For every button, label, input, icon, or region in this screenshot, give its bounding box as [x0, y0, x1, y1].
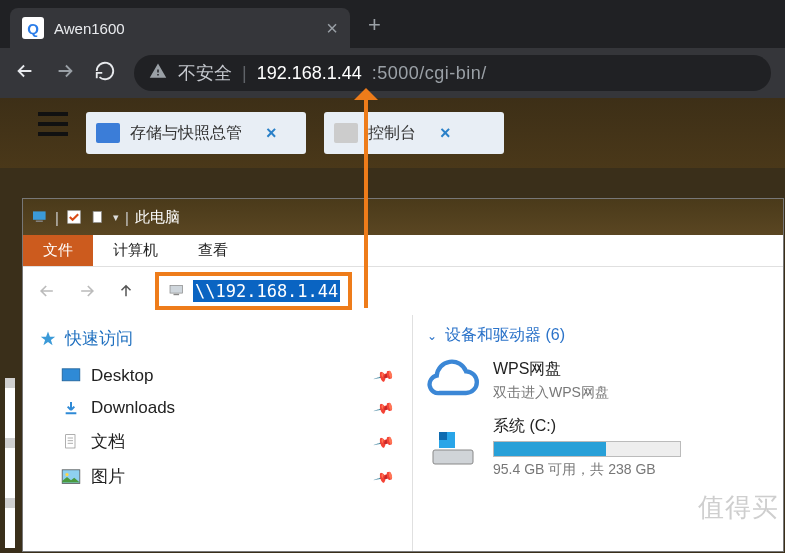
- explorer-back-button: [37, 281, 57, 301]
- sidebar-quick-access[interactable]: 快速访问: [39, 327, 396, 350]
- download-icon: [61, 400, 81, 416]
- menu-file[interactable]: 文件: [23, 235, 93, 266]
- properties-icon[interactable]: [89, 210, 107, 224]
- sidebar-item-documents[interactable]: 文档 📌: [39, 424, 396, 459]
- app-tab-label: 存储与快照总管: [130, 123, 242, 144]
- sidebar-item-desktop[interactable]: Desktop 📌: [39, 360, 396, 392]
- close-tab-icon[interactable]: ×: [326, 17, 338, 40]
- sidebar-item-label: 文档: [91, 430, 125, 453]
- device-sub: 双击进入WPS网盘: [493, 384, 609, 402]
- picture-icon: [61, 469, 81, 485]
- svg-rect-8: [66, 434, 75, 447]
- device-wps[interactable]: WPS网盘 双击进入WPS网盘: [427, 358, 769, 402]
- site-icon: Q: [22, 17, 44, 39]
- qat-dropdown-icon[interactable]: ▾: [113, 211, 119, 224]
- app-tab-storage[interactable]: 存储与快照总管 ×: [86, 112, 306, 154]
- svg-rect-3: [93, 211, 101, 222]
- device-sub: 95.4 GB 可用，共 238 GB: [493, 461, 681, 479]
- cloud-icon: [427, 358, 479, 402]
- explorer-address-value[interactable]: \\192.168.1.44: [193, 280, 340, 302]
- app-tab-console[interactable]: 控制台 ×: [324, 112, 504, 154]
- left-edge-strip: [5, 378, 15, 548]
- menu-view[interactable]: 查看: [178, 235, 248, 266]
- group-header-label: 设备和驱动器 (6): [445, 325, 565, 346]
- device-system-c[interactable]: 系统 (C:) 95.4 GB 可用，共 238 GB: [427, 416, 769, 479]
- desktop-icon: [61, 368, 81, 384]
- explorer-address-box[interactable]: \\192.168.1.44: [155, 272, 352, 310]
- menu-computer[interactable]: 计算机: [93, 235, 178, 266]
- browser-tab[interactable]: Q Awen1600 ×: [10, 8, 350, 48]
- svg-rect-1: [36, 221, 43, 222]
- svg-rect-16: [439, 432, 447, 440]
- forward-button: [54, 60, 76, 86]
- svg-point-13: [65, 473, 68, 476]
- hamburger-menu[interactable]: [38, 112, 68, 136]
- svg-rect-14: [433, 450, 473, 464]
- pin-icon[interactable]: 📌: [372, 397, 395, 419]
- app-header: 存储与快照总管 × 控制台 ×: [0, 98, 785, 168]
- window-title: 此电脑: [135, 208, 180, 227]
- sidebar-item-label: 图片: [91, 465, 125, 488]
- annotation-arrow: [364, 90, 368, 308]
- chevron-down-icon: ⌄: [427, 329, 437, 343]
- explorer-forward-button: [77, 281, 97, 301]
- explorer-up-button[interactable]: [117, 281, 135, 301]
- console-icon: [334, 123, 358, 143]
- security-label: 不安全: [178, 61, 232, 85]
- back-button[interactable]: [14, 60, 36, 86]
- separator: |: [242, 63, 247, 84]
- pin-icon[interactable]: 📌: [372, 430, 395, 452]
- drive-usage-bar: [493, 441, 681, 457]
- svg-rect-6: [62, 369, 80, 381]
- svg-rect-5: [174, 294, 180, 295]
- not-secure-icon: [148, 62, 168, 85]
- file-explorer-window: | ▾ | 此电脑 文件 计算机 查看 \\192.168.1.44 快速访问: [22, 198, 784, 552]
- tab-title: Awen1600: [54, 20, 125, 37]
- address-bar[interactable]: 不安全 | 192.168.1.44:5000/cgi-bin/: [134, 55, 771, 91]
- url-host: 192.168.1.44: [257, 63, 362, 84]
- pc-icon: [31, 210, 49, 224]
- ribbon-tabs: 文件 计算机 查看: [23, 235, 783, 267]
- drive-icon: [427, 426, 479, 470]
- close-icon[interactable]: ×: [266, 123, 277, 144]
- explorer-nav-row: \\192.168.1.44: [23, 267, 783, 315]
- qat-separator: |: [55, 209, 59, 226]
- browser-tab-strip: Q Awen1600 × +: [0, 0, 785, 48]
- close-icon[interactable]: ×: [440, 123, 451, 144]
- explorer-sidebar: 快速访问 Desktop 📌 Downloads 📌 文档 📌 图片 📌: [23, 315, 413, 551]
- watermark: 值得买: [698, 490, 779, 525]
- sidebar-item-downloads[interactable]: Downloads 📌: [39, 392, 396, 424]
- pin-icon[interactable]: 📌: [372, 365, 395, 387]
- document-icon: [61, 434, 81, 450]
- pc-icon: [167, 284, 187, 298]
- app-tab-label: 控制台: [368, 123, 416, 144]
- device-name: WPS网盘: [493, 359, 609, 380]
- quick-access-label: 快速访问: [65, 327, 133, 350]
- svg-rect-0: [33, 211, 46, 219]
- new-tab-button[interactable]: +: [368, 12, 381, 38]
- sidebar-item-label: Downloads: [91, 398, 175, 418]
- checkbox-icon[interactable]: [65, 210, 83, 224]
- browser-toolbar: 不安全 | 192.168.1.44:5000/cgi-bin/: [0, 48, 785, 98]
- sidebar-item-pictures[interactable]: 图片 📌: [39, 459, 396, 494]
- url-path: :5000/cgi-bin/: [372, 63, 487, 84]
- pin-icon[interactable]: 📌: [372, 465, 395, 487]
- device-name: 系统 (C:): [493, 416, 681, 437]
- sidebar-item-label: Desktop: [91, 366, 153, 386]
- qat-separator: |: [125, 209, 129, 226]
- star-icon: [39, 330, 57, 348]
- storage-icon: [96, 123, 120, 143]
- window-titlebar[interactable]: | ▾ | 此电脑: [23, 199, 783, 235]
- reload-button[interactable]: [94, 60, 116, 86]
- group-header-devices[interactable]: ⌄ 设备和驱动器 (6): [427, 325, 769, 346]
- svg-rect-4: [170, 285, 183, 293]
